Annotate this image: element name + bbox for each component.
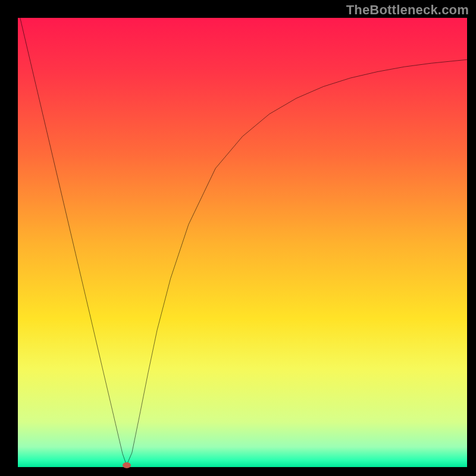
optimal-marker xyxy=(123,462,131,468)
chart-frame: TheBottleneck.com xyxy=(0,0,476,476)
curve-layer xyxy=(18,18,467,467)
watermark-text: TheBottleneck.com xyxy=(346,2,469,18)
bottleneck-curve xyxy=(20,18,467,465)
plot-area xyxy=(18,18,467,467)
